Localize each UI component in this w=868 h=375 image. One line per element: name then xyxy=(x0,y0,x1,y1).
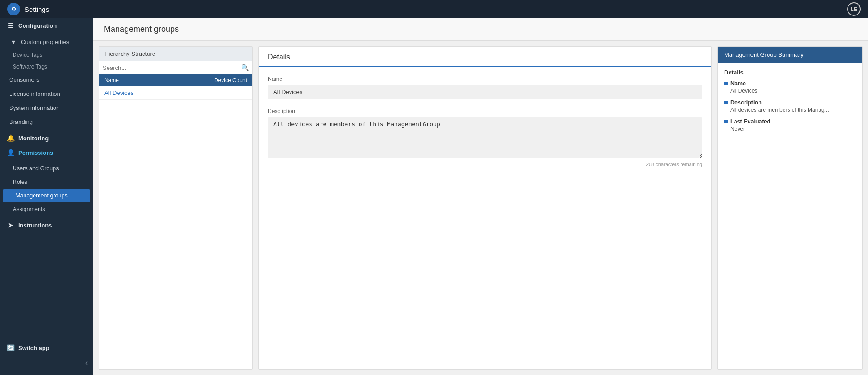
hierarchy-search: 🔍 xyxy=(99,61,252,74)
switch-app-icon: 🔄 xyxy=(6,344,15,351)
switch-app-button[interactable]: 🔄 Switch app xyxy=(0,340,93,355)
page-header: Management groups xyxy=(93,18,868,41)
sidebar-item-custom-properties[interactable]: ▾ Custom properties xyxy=(0,35,93,49)
name-label: Name xyxy=(268,76,702,82)
hierarchy-row-all-devices[interactable]: All Devices xyxy=(99,86,252,100)
sidebar-item-consumers[interactable]: Consumers xyxy=(0,73,93,87)
summary-description-value: All devices are members of this Manag... xyxy=(724,107,856,113)
search-icon[interactable]: 🔍 xyxy=(241,64,249,71)
name-bullet-icon xyxy=(724,82,728,85)
summary-last-evaluated-value: Never xyxy=(724,126,856,132)
expand-icon: ▾ xyxy=(9,38,17,45)
sidebar-item-instructions[interactable]: ➤ Instructions xyxy=(0,218,93,232)
custom-properties-sub: Device Tags Software Tags xyxy=(0,49,93,73)
description-label: Description xyxy=(268,108,702,114)
summary-panel: Management Group Summary Details Name Al… xyxy=(717,46,863,370)
summary-last-evaluated-item: Last Evaluated Never xyxy=(724,118,856,132)
permissions-icon: 👤 xyxy=(6,149,15,156)
col-device-count-header: Device Count xyxy=(214,77,247,84)
sidebar-item-monitoring[interactable]: 🔔 Monitoring xyxy=(0,131,93,145)
name-input[interactable] xyxy=(268,85,702,99)
sidebar-item-configuration[interactable]: ☰ Configuration xyxy=(0,18,93,33)
topbar: ⚙ Settings LE xyxy=(0,0,868,18)
sidebar-item-branding[interactable]: Branding xyxy=(0,115,93,129)
description-textarea[interactable]: All devices are members of this Manageme… xyxy=(268,117,702,158)
sidebar-item-roles[interactable]: Roles xyxy=(0,175,93,189)
description-form-group: Description All devices are members of t… xyxy=(268,108,702,167)
permissions-sub: Users and Groups Roles Management groups… xyxy=(0,160,93,218)
summary-name-value: All Devices xyxy=(724,88,856,94)
col-name-header: Name xyxy=(104,77,214,84)
sidebar-item-users-groups[interactable]: Users and Groups xyxy=(0,162,93,175)
sidebar-item-system-information[interactable]: System information xyxy=(0,101,93,115)
sidebar-item-assignments[interactable]: Assignments xyxy=(0,202,93,216)
hierarchy-panel: Hierarchy Structure 🔍 Name Device Count … xyxy=(99,46,253,370)
summary-last-evaluated-label: Last Evaluated xyxy=(724,118,856,125)
sidebar-item-software-tags[interactable]: Software Tags xyxy=(0,61,93,73)
configuration-icon: ☰ xyxy=(6,22,15,29)
sidebar-item-permissions[interactable]: 👤 Permissions xyxy=(0,145,93,160)
settings-logo-icon: ⚙ xyxy=(7,3,20,15)
details-title: Details xyxy=(268,53,290,61)
hierarchy-row-name: All Devices xyxy=(104,89,247,96)
page-body: Hierarchy Structure 🔍 Name Device Count … xyxy=(93,41,868,375)
content-area: Management groups Hierarchy Structure 🔍 … xyxy=(93,18,868,375)
hierarchy-table-header: Name Device Count xyxy=(99,74,252,86)
configuration-label: Configuration xyxy=(18,22,57,29)
topbar-left: ⚙ Settings xyxy=(7,3,49,15)
custom-properties-section: ▾ Custom properties Device Tags Software… xyxy=(0,33,93,131)
sidebar-collapse-button[interactable]: ‹ xyxy=(0,355,93,370)
chars-remaining: 208 characters remaining xyxy=(268,162,702,167)
summary-description-item: Description All devices are members of t… xyxy=(724,99,856,113)
user-avatar[interactable]: LE xyxy=(847,2,861,16)
sidebar-item-management-groups[interactable]: Management groups xyxy=(3,189,90,202)
last-evaluated-bullet-icon xyxy=(724,120,728,123)
hierarchy-search-input[interactable] xyxy=(103,64,238,71)
summary-name-item: Name All Devices xyxy=(724,80,856,94)
topbar-title: Settings xyxy=(25,5,49,13)
summary-description-label: Description xyxy=(724,99,856,106)
sidebar-footer: 🔄 Switch app ‹ xyxy=(0,336,93,375)
details-panel: Details Name Description All devices are… xyxy=(258,46,712,370)
monitoring-icon: 🔔 xyxy=(6,134,15,142)
sidebar-item-device-tags[interactable]: Device Tags xyxy=(0,49,93,61)
summary-header: Management Group Summary xyxy=(718,47,862,63)
hierarchy-header: Hierarchy Structure xyxy=(99,47,252,61)
description-bullet-icon xyxy=(724,101,728,104)
details-form: Name Description All devices are members… xyxy=(259,67,711,176)
name-form-group: Name xyxy=(268,76,702,99)
summary-section-title: Details xyxy=(724,69,856,76)
page-title: Management groups xyxy=(104,25,857,34)
sidebar-item-license-information[interactable]: License information xyxy=(0,87,93,101)
main-layout: ☰ Configuration ▾ Custom properties Devi… xyxy=(0,18,868,375)
summary-name-label: Name xyxy=(724,80,856,87)
instructions-icon: ➤ xyxy=(6,222,15,229)
summary-body: Details Name All Devices Description xyxy=(718,63,862,144)
details-panel-header: Details xyxy=(259,47,711,67)
sidebar: ☰ Configuration ▾ Custom properties Devi… xyxy=(0,18,93,375)
